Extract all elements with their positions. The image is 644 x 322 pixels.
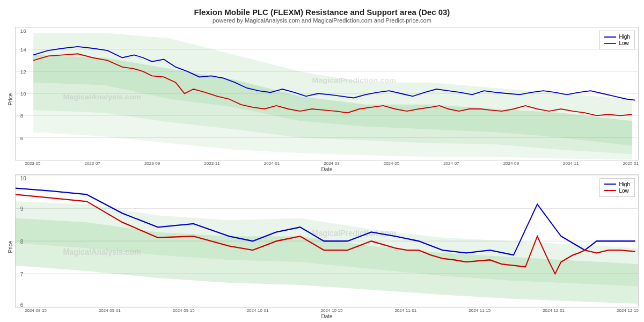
x-tick-label: 2024-12-01 [543,308,565,313]
svg-text:12: 12 [20,69,26,75]
x-tick-label: 2024-11 [563,161,579,166]
x-tick-label: 2024-10-01 [247,308,269,313]
top-chart-wrapper: Price [5,27,639,172]
charts-container: Price [5,27,639,319]
svg-text:MagicalAnalysis.com: MagicalAnalysis.com [63,92,141,100]
top-legend-high: High [604,34,630,40]
bottom-x-axis-label: Date [15,313,639,319]
x-tick-label: 2024-12-15 [617,308,639,313]
bottom-chart-legend: High Low [599,178,635,197]
svg-text:8: 8 [20,113,24,119]
top-chart-legend: High Low [599,31,635,49]
x-tick-label: 2024-01 [264,161,280,166]
top-chart-svg: 6 8 10 12 14 16 [16,27,638,160]
x-tick-label: 2024-08-15 [25,308,47,313]
svg-text:6: 6 [20,135,24,141]
x-tick-label: 2023-11 [204,161,219,166]
bottom-chart-wrapper: Price [5,174,639,320]
x-tick-label: 2024-03 [324,161,339,166]
svg-text:MagicalPrediction.com: MagicalPrediction.com [312,76,396,84]
bottom-legend-high: High [604,181,630,187]
x-tick-label: 2024-10-15 [321,308,343,313]
low-line-sample [604,43,616,44]
svg-text:MagicalAnalysis.com: MagicalAnalysis.com [63,247,141,257]
bottom-legend-low-label: Low [619,188,628,194]
top-x-axis-label: Date [15,166,639,172]
x-tick-label: 2025-01 [623,161,639,166]
bottom-x-ticks: 2024-08-152024-09-012024-09-152024-10-01… [15,308,639,313]
bottom-legend-low: Low [604,188,630,194]
x-tick-label: 2023-09 [144,161,160,166]
bottom-chart-area: 6 7 8 9 10 MagicalAnalysis.com [15,174,639,308]
x-tick-label: 2023-05 [25,161,40,166]
svg-text:MagicalPrediction.com: MagicalPrediction.com [312,228,396,238]
chart-title: Flexion Mobile PLC (FLEXM) Resistance an… [5,8,639,17]
high-line-sample [604,36,616,38]
x-tick-label: 2024-05 [384,161,399,166]
top-legend-high-label: High [619,34,630,40]
svg-text:16: 16 [20,28,26,34]
svg-text:10: 10 [20,91,26,97]
top-legend-low: Low [604,40,630,46]
svg-text:14: 14 [20,47,27,53]
x-tick-label: 2023-07 [84,161,100,166]
top-legend-low-label: Low [619,40,628,46]
svg-text:10: 10 [20,175,26,182]
x-tick-label: 2024-11-15 [469,308,491,313]
svg-text:6: 6 [20,301,24,307]
x-tick-label: 2024-07 [443,161,459,166]
x-tick-label: 2024-09-01 [99,308,121,313]
bottom-high-line-sample [604,184,616,185]
x-tick-label: 2024-09-15 [173,308,195,313]
chart-subtitle: powered by MagicalAnalysis.com and Magic… [5,17,639,24]
bottom-y-axis-label: Price [5,174,15,320]
x-tick-label: 2024-09 [503,161,519,166]
bottom-chart-svg: 6 7 8 9 10 MagicalAnalysis.com [16,175,638,308]
page-container: Flexion Mobile PLC (FLEXM) Resistance an… [0,0,644,322]
top-chart-area: 6 8 10 12 14 16 [15,27,639,160]
svg-text:7: 7 [20,270,24,277]
chart-header: Flexion Mobile PLC (FLEXM) Resistance an… [5,5,639,25]
bottom-low-line-sample [604,190,616,191]
top-x-ticks: 2023-052023-072023-092023-112024-012024-… [15,161,639,166]
x-tick-label: 2024-11-01 [394,308,416,313]
top-y-axis-label: Price [5,27,15,172]
bottom-legend-high-label: High [619,181,630,187]
